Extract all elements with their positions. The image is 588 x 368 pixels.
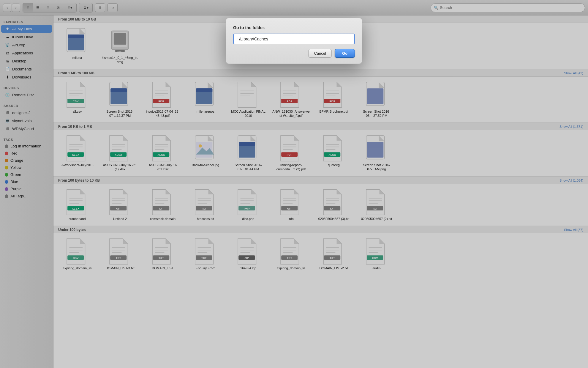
- goto-folder-dialog: Go to the folder: Cancel Go: [226, 18, 362, 64]
- go-button[interactable]: Go: [335, 49, 355, 58]
- dialog-buttons: Cancel Go: [233, 49, 355, 58]
- dialog-overlay: Go to the folder: Cancel Go: [0, 0, 588, 368]
- cancel-button[interactable]: Cancel: [308, 49, 331, 58]
- folder-path-input[interactable]: [233, 34, 355, 44]
- dialog-title: Go to the folder:: [233, 25, 355, 30]
